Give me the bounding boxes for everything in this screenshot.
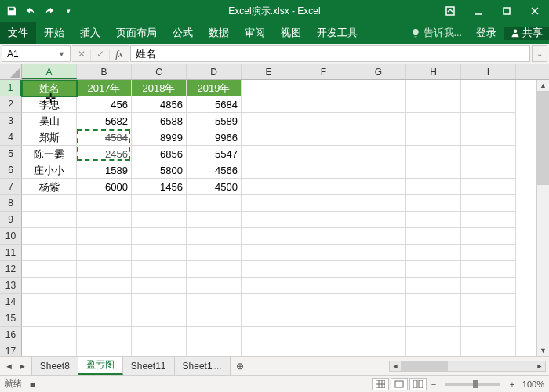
cell[interactable] [132, 310, 187, 327]
cell[interactable] [296, 113, 351, 129]
cell[interactable] [242, 113, 296, 129]
cell[interactable] [461, 80, 516, 96]
enter-formula-button[interactable]: ✓ [91, 49, 110, 60]
cell[interactable] [406, 310, 461, 327]
row-header[interactable]: 8 [0, 195, 22, 212]
sheet-nav-prev[interactable]: ◄ [3, 361, 15, 371]
cell[interactable] [296, 179, 351, 195]
add-sheet-button[interactable]: ⊕ [231, 357, 249, 375]
cell[interactable] [461, 327, 516, 343]
chevron-down-icon[interactable]: ▼ [58, 50, 65, 58]
cell[interactable] [22, 343, 77, 356]
row-header[interactable]: 14 [0, 294, 22, 310]
cell[interactable] [22, 261, 77, 278]
sheet-nav-buttons[interactable]: ◄ ► [0, 357, 31, 375]
cell[interactable] [22, 228, 77, 245]
cell[interactable] [461, 179, 516, 195]
cell[interactable] [22, 294, 77, 310]
cell[interactable] [77, 278, 132, 294]
cell[interactable] [351, 179, 406, 195]
cell[interactable]: 陈一霎 [22, 146, 77, 162]
insert-function-button[interactable]: fx [110, 48, 129, 60]
cell[interactable] [351, 129, 406, 146]
column-header[interactable]: G [351, 64, 406, 79]
cell[interactable] [351, 162, 406, 179]
cell[interactable] [242, 261, 296, 278]
cell[interactable] [242, 129, 296, 146]
row-header[interactable]: 15 [0, 310, 22, 327]
cell[interactable]: 李忠 [22, 96, 77, 113]
cell[interactable] [351, 261, 406, 278]
cell[interactable] [242, 179, 296, 195]
sheet-nav-next[interactable]: ► [16, 361, 28, 371]
scroll-down-icon[interactable]: ▼ [537, 345, 549, 356]
cell[interactable] [22, 245, 77, 261]
cell[interactable] [461, 343, 516, 356]
scrollbar-thumb[interactable] [401, 361, 448, 371]
row-header[interactable]: 9 [0, 212, 22, 228]
cell[interactable]: 5589 [187, 113, 242, 129]
ribbon-options-button[interactable] [436, 0, 464, 22]
tab-insert[interactable]: 插入 [72, 22, 108, 44]
cell[interactable] [132, 245, 187, 261]
cell[interactable] [77, 195, 132, 212]
cell[interactable] [187, 310, 242, 327]
cell[interactable] [296, 343, 351, 356]
cell[interactable] [77, 245, 132, 261]
cell[interactable]: 4500 [187, 179, 242, 195]
row-header[interactable]: 1 [0, 80, 22, 96]
save-button[interactable] [3, 2, 20, 20]
cell[interactable]: 杨紫 [22, 179, 77, 195]
sheet-tab[interactable]: Sheet8 [31, 357, 78, 375]
row-header[interactable]: 12 [0, 261, 22, 278]
row-header[interactable]: 10 [0, 228, 22, 245]
tab-formulas[interactable]: 公式 [165, 22, 201, 44]
zoom-in-button[interactable]: + [507, 379, 518, 389]
maximize-button[interactable] [493, 0, 521, 22]
cell[interactable] [242, 327, 296, 343]
scrollbar-thumb[interactable] [537, 91, 549, 185]
cell[interactable] [351, 278, 406, 294]
cell[interactable] [296, 80, 351, 96]
cell[interactable] [296, 96, 351, 113]
cell[interactable] [242, 245, 296, 261]
column-header[interactable]: I [461, 64, 516, 79]
cell[interactable]: 郑斯 [22, 129, 77, 146]
cell[interactable]: 2019年 [187, 80, 242, 96]
cell[interactable] [296, 294, 351, 310]
cell[interactable] [296, 245, 351, 261]
worksheet-grid[interactable]: ABCDEFGHI 1姓名2017年2018年2019年2李忠456485656… [0, 64, 549, 356]
cell[interactable] [77, 310, 132, 327]
cell[interactable] [296, 162, 351, 179]
cell[interactable] [406, 96, 461, 113]
cell[interactable] [461, 162, 516, 179]
page-layout-view-button[interactable] [391, 378, 408, 390]
cell[interactable] [242, 228, 296, 245]
cell[interactable] [187, 212, 242, 228]
scroll-left-icon[interactable]: ◄ [390, 362, 401, 370]
column-header[interactable]: H [406, 64, 461, 79]
cell[interactable] [406, 228, 461, 245]
cell[interactable] [406, 212, 461, 228]
cell[interactable] [296, 327, 351, 343]
cell[interactable] [187, 245, 242, 261]
tab-developer[interactable]: 开发工具 [309, 22, 365, 44]
cell[interactable] [351, 80, 406, 96]
cell[interactable] [22, 195, 77, 212]
cell[interactable]: 456 [77, 96, 132, 113]
column-header[interactable]: D [187, 64, 242, 79]
cell[interactable]: 5547 [187, 146, 242, 162]
zoom-out-button[interactable]: − [428, 379, 439, 389]
row-header[interactable]: 16 [0, 327, 22, 343]
cell[interactable] [296, 228, 351, 245]
cell[interactable] [351, 96, 406, 113]
vertical-scrollbar[interactable]: ▲ ▼ [536, 80, 549, 356]
cell[interactable]: 1456 [132, 179, 187, 195]
cell[interactable] [406, 245, 461, 261]
horizontal-scrollbar[interactable]: ◄ ► [389, 361, 546, 372]
cell[interactable] [461, 245, 516, 261]
cell[interactable] [187, 278, 242, 294]
row-header[interactable]: 17 [0, 343, 22, 356]
cell[interactable] [132, 261, 187, 278]
tab-view[interactable]: 视图 [273, 22, 309, 44]
